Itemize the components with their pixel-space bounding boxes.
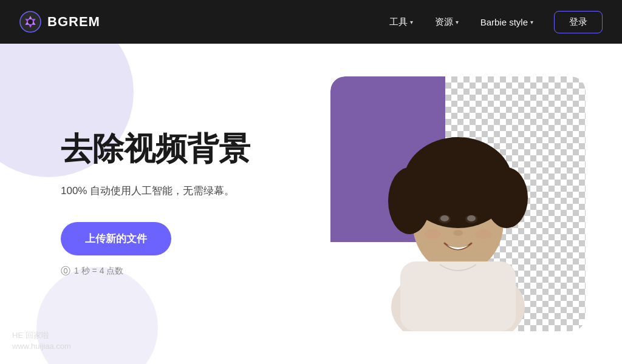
watermark-line1: HE 回家啦: [12, 330, 71, 341]
upload-button[interactable]: 上传新的文件: [61, 222, 171, 255]
bgrem-logo-icon: [19, 11, 41, 33]
svg-rect-25: [400, 261, 516, 331]
logo-area[interactable]: BGREM: [19, 11, 100, 33]
demo-image-container: [330, 76, 586, 331]
credit-icon: ⓪: [61, 265, 70, 278]
navbar: BGREM 工具 ▾ 资源 ▾ Barbie style ▾ 登录: [0, 0, 622, 44]
chevron-down-icon: ▾: [530, 19, 533, 25]
svg-point-21: [467, 215, 476, 221]
svg-point-17: [490, 192, 511, 214]
login-button[interactable]: 登录: [554, 11, 603, 33]
hero-section: 去除视频背景 100% 自动使用人工智能，无需绿幕。 上传新的文件 ⓪ 1 秒 …: [0, 44, 622, 364]
nav-links: 工具 ▾ 资源 ▾ Barbie style ▾: [381, 12, 542, 33]
logo-text: BGREM: [47, 14, 100, 30]
hero-subtitle: 100% 自动使用人工智能，无需绿幕。: [61, 183, 255, 200]
nav-barbie-label: Barbie style: [480, 17, 528, 27]
hero-left: 去除视频背景 100% 自动使用人工智能，无需绿幕。 上传新的文件 ⓪ 1 秒 …: [61, 130, 330, 277]
watermark-line2: www.huijiaa.com: [12, 341, 71, 352]
svg-point-24: [475, 229, 492, 239]
nav-resources-label: 资源: [435, 16, 453, 28]
svg-point-23: [424, 229, 441, 239]
svg-point-20: [440, 215, 449, 221]
credit-info: ⓪ 1 秒 = 4 点数: [61, 265, 330, 278]
person-silhouette: [355, 83, 561, 331]
svg-point-22: [453, 230, 463, 236]
chevron-down-icon: ▾: [410, 19, 413, 25]
nav-tools-label: 工具: [389, 16, 408, 28]
hero-right: [330, 76, 586, 331]
chevron-down-icon: ▾: [456, 19, 459, 25]
watermark: HE 回家啦 www.huijiaa.com: [12, 330, 71, 352]
nav-item-resources[interactable]: 资源 ▾: [426, 12, 467, 33]
credit-text: 1 秒 = 4 点数: [74, 266, 123, 277]
svg-point-15: [476, 170, 501, 195]
hero-title: 去除视频背景: [61, 130, 330, 167]
nav-item-barbie[interactable]: Barbie style ▾: [472, 12, 542, 32]
svg-point-16: [405, 193, 426, 215]
svg-point-1: [28, 19, 33, 24]
nav-item-tools[interactable]: 工具 ▾: [381, 12, 422, 33]
